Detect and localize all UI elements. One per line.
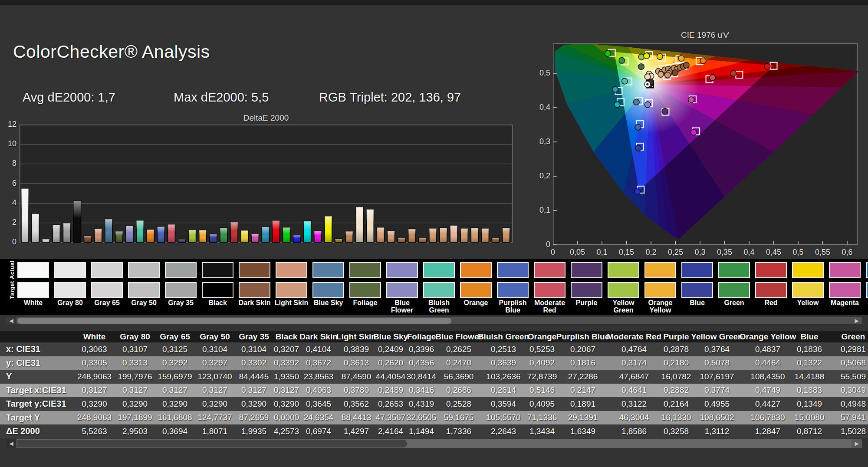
table-value: 0,3258 bbox=[660, 424, 692, 438]
deltae-ytick-10: 10 bbox=[0, 139, 16, 148]
cie-measured-light-skin bbox=[664, 72, 671, 78]
target-swatch bbox=[17, 282, 49, 298]
cie-ytick-0,5: 0,5 bbox=[527, 69, 550, 78]
cie-xtick-0,25: 0,25 bbox=[664, 248, 688, 257]
table-header-Dark Skin: Dark Skin bbox=[300, 331, 337, 342]
actual-swatch bbox=[91, 262, 123, 278]
table-value: 0,3127 bbox=[235, 384, 273, 398]
table-value: 87,4590 bbox=[337, 370, 375, 384]
table-header-Light Skin: Light Skin bbox=[337, 331, 375, 342]
swatch-scrollbar[interactable]: ◀ ▶ bbox=[6, 317, 862, 324]
table-value: 0,4095 bbox=[526, 397, 558, 411]
table-value: 159,6979 bbox=[155, 370, 195, 384]
swatch-cell-gray-50: Gray 50 bbox=[128, 259, 160, 315]
swatch-label: Cyan bbox=[863, 299, 868, 307]
actual-swatch bbox=[239, 262, 270, 278]
table-value: 1,8071 bbox=[195, 424, 235, 438]
swatch-scrollbar-left-arrow-icon[interactable]: ◀ bbox=[6, 317, 16, 324]
table-row-target-y-cie31: Target y:CIE310,32900,32900,32900,32900,… bbox=[0, 397, 868, 411]
table-value: 16,0782 bbox=[660, 370, 692, 384]
cie-xtick-0: 0 bbox=[541, 248, 565, 257]
table-row-δe-2000: ΔE 20005,52632,95030,36941,80711,99354,2… bbox=[0, 424, 868, 438]
swatch-cell-black: Black bbox=[202, 259, 233, 315]
swatch-cell-yellow: Yellow bbox=[792, 259, 824, 315]
table-value: 1,9935 bbox=[235, 424, 273, 438]
table-value: 0,4104 bbox=[300, 342, 337, 356]
table-header-Yellow Green: Yellow Green bbox=[692, 331, 742, 342]
table-value: 199,7976 bbox=[115, 370, 155, 384]
table-value: 59,1675 bbox=[437, 411, 480, 425]
table-value: 0,5068 bbox=[825, 356, 868, 370]
table-value: 0,4092 bbox=[526, 356, 558, 370]
actual-swatch bbox=[644, 262, 676, 278]
swatch-cell-purple: Purple bbox=[571, 259, 602, 315]
table-header-Purple: Purple bbox=[660, 331, 692, 342]
swatch-cell-dark-skin: Dark Skin bbox=[239, 259, 270, 315]
table-value: 103,2636 bbox=[480, 370, 526, 384]
table-value: 0,2882 bbox=[660, 384, 692, 398]
swatch-label: Moderate Red bbox=[531, 299, 569, 314]
table-value: 0,2625 bbox=[437, 342, 480, 356]
actual-swatch bbox=[54, 262, 86, 278]
table-value: 5,5263 bbox=[74, 424, 115, 438]
table-value: 71,1336 bbox=[526, 411, 558, 425]
table-scrollbar-thumb[interactable] bbox=[17, 440, 407, 447]
target-swatch bbox=[54, 282, 86, 298]
table-scrollbar-right-arrow-icon[interactable]: ▶ bbox=[852, 439, 862, 448]
table-header-Foliage: Foliage bbox=[406, 331, 437, 342]
table-value: 107,6197 bbox=[692, 370, 742, 384]
swatch-cell-blue-sky: Blue Sky bbox=[312, 259, 344, 315]
swatch-scrollbar-right-arrow-icon[interactable]: ▶ bbox=[852, 317, 862, 324]
table-value: 56,3690 bbox=[437, 370, 480, 384]
table-header-Bluish Green: Bluish Green bbox=[480, 331, 526, 342]
table-value: 106,7830 bbox=[742, 411, 794, 425]
cie-ytick-0,3: 0,3 bbox=[527, 137, 550, 146]
table-row-y-cie31: y: CIE310,33050,33130,32920,32970,33020,… bbox=[0, 356, 868, 370]
table-row-target-x-cie31: Target x:CIE310,31270,31270,31270,31270,… bbox=[0, 384, 868, 398]
table-value: 0,1883 bbox=[794, 384, 825, 398]
table-value: 16,1330 bbox=[660, 411, 692, 425]
actual-swatch bbox=[608, 262, 639, 278]
cie-measured-extra-2 bbox=[644, 74, 651, 80]
swatch-label: Blue Flower bbox=[383, 299, 421, 314]
table-value: 87,2659 bbox=[235, 411, 273, 425]
swatch-cell-magenta: Magenta bbox=[829, 259, 861, 315]
table-scrollbar[interactable]: ◀ ▶ bbox=[6, 439, 862, 448]
table-value: 2,9503 bbox=[115, 424, 155, 438]
target-swatch bbox=[239, 282, 270, 298]
target-swatch bbox=[681, 282, 713, 298]
cie-measured-green-primary bbox=[605, 50, 611, 56]
cie-measured-extra-12 bbox=[684, 62, 690, 68]
actual-swatch bbox=[128, 262, 160, 278]
swatch-cell-red: Red bbox=[755, 259, 787, 315]
actual-swatch bbox=[829, 262, 861, 278]
swatch-scrollbar-thumb[interactable] bbox=[17, 318, 451, 324]
table-value: 0,2878 bbox=[660, 342, 692, 356]
target-swatch bbox=[202, 282, 233, 298]
row-label: Target x:CIE31 bbox=[0, 384, 74, 398]
table-scrollbar-left-arrow-icon[interactable]: ◀ bbox=[6, 439, 16, 448]
table-value: 0,2067 bbox=[558, 342, 608, 356]
table-value: 0,3063 bbox=[74, 342, 115, 356]
actual-swatch bbox=[276, 262, 307, 278]
table-value: 47,6847 bbox=[608, 370, 660, 384]
table-header-Blue: Blue bbox=[794, 331, 825, 342]
cie-xtick-0,05: 0,05 bbox=[566, 248, 590, 257]
swatch-label: Light Skin bbox=[273, 299, 310, 307]
table-value: 1,2847 bbox=[742, 424, 794, 438]
swatch-label: Black bbox=[199, 299, 237, 307]
actual-swatch bbox=[534, 262, 566, 278]
cie-measured-red bbox=[730, 70, 736, 76]
swatch-strip: Actual Target WhiteGray 80Gray 65Gray 50… bbox=[0, 259, 868, 315]
table-header-Blue Sky: Blue Sky bbox=[375, 331, 406, 342]
swatch-label: Yellow bbox=[789, 299, 827, 307]
table-value: 0,3107 bbox=[115, 342, 155, 356]
cie-measured-dark-skin bbox=[672, 70, 678, 76]
table-value: 0,3562 bbox=[337, 397, 375, 411]
actual-swatch bbox=[571, 262, 602, 278]
table-value: 0,3297 bbox=[195, 356, 235, 370]
target-swatch bbox=[423, 282, 455, 298]
table-header-Moderate Red: Moderate Red bbox=[608, 331, 660, 342]
swatch-label: White bbox=[14, 299, 52, 307]
table-value: 0,5146 bbox=[526, 384, 558, 398]
